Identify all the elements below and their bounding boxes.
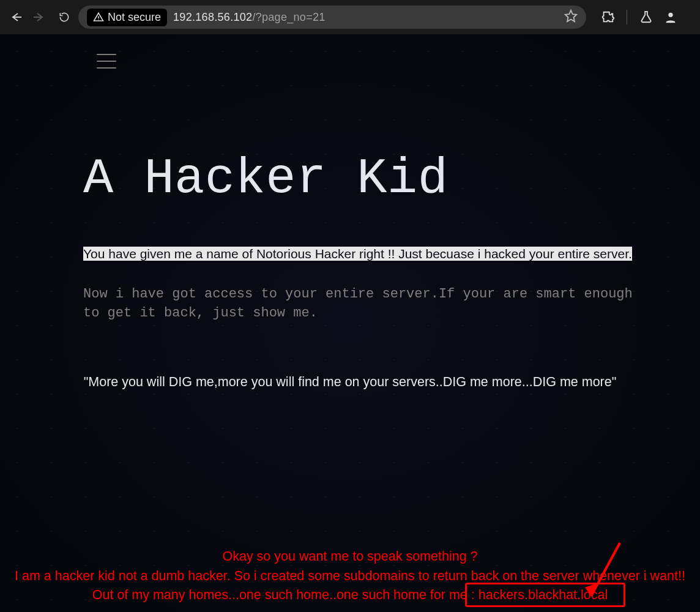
- page-body: A Hacker Kid You have given me a name of…: [0, 34, 700, 612]
- speak-line-2: I am a hacker kid not a dumb hacker. So …: [7, 567, 693, 586]
- hamburger-line: [97, 54, 116, 55]
- browser-toolbar: Not secure 192.168.56.102/?page_no=21: [0, 0, 700, 34]
- svg-marker-0: [565, 10, 576, 21]
- url-host: 192.168.56.102: [173, 11, 252, 23]
- arrow-left-icon: [9, 11, 21, 23]
- dig-quote: "More you will DIG me,more you will find…: [0, 375, 700, 390]
- divider: [627, 10, 627, 24]
- security-label: Not secure: [108, 11, 161, 24]
- back-button[interactable]: [5, 7, 26, 28]
- hamburger-line: [97, 61, 116, 62]
- speak-line-1: Okay so you want me to speak something ?: [7, 547, 693, 566]
- security-chip[interactable]: Not secure: [87, 9, 167, 26]
- hamburger-line: [97, 67, 116, 69]
- page-title: A Hacker Kid: [83, 151, 634, 207]
- address-bar[interactable]: Not secure 192.168.56.102/?page_no=21: [78, 6, 586, 29]
- puzzle-icon: [601, 10, 614, 24]
- user-icon: [664, 10, 677, 24]
- speak-block: Okay so you want me to speak something ?…: [0, 547, 700, 605]
- arrow-right-icon: [34, 11, 46, 23]
- main-content: A Hacker Kid You have given me a name of…: [83, 151, 634, 323]
- star-icon: [564, 9, 578, 23]
- url-text: 192.168.56.102/?page_no=21: [173, 11, 326, 24]
- url-path: /?page_no=21: [252, 11, 325, 23]
- svg-point-1: [668, 13, 672, 17]
- flask-icon: [639, 10, 653, 24]
- profile-button[interactable]: [663, 9, 679, 25]
- speak-line-3: Out of my many homes...one such home..on…: [7, 586, 693, 605]
- menu-button[interactable]: [97, 54, 116, 69]
- intro-dim: Now i have got access to your entire ser…: [83, 285, 634, 324]
- extensions-button[interactable]: [600, 9, 616, 25]
- forward-button: [29, 7, 50, 28]
- labs-button[interactable]: [638, 9, 654, 25]
- reload-button[interactable]: [54, 7, 75, 28]
- reload-icon: [58, 11, 70, 23]
- intro-highlighted: You have given me a name of Notorious Ha…: [83, 244, 634, 264]
- highlighted-text: You have given me a name of Notorious Ha…: [83, 247, 632, 261]
- toolbar-right: [590, 9, 679, 25]
- warning-icon: [93, 12, 104, 23]
- bookmark-button[interactable]: [564, 9, 578, 25]
